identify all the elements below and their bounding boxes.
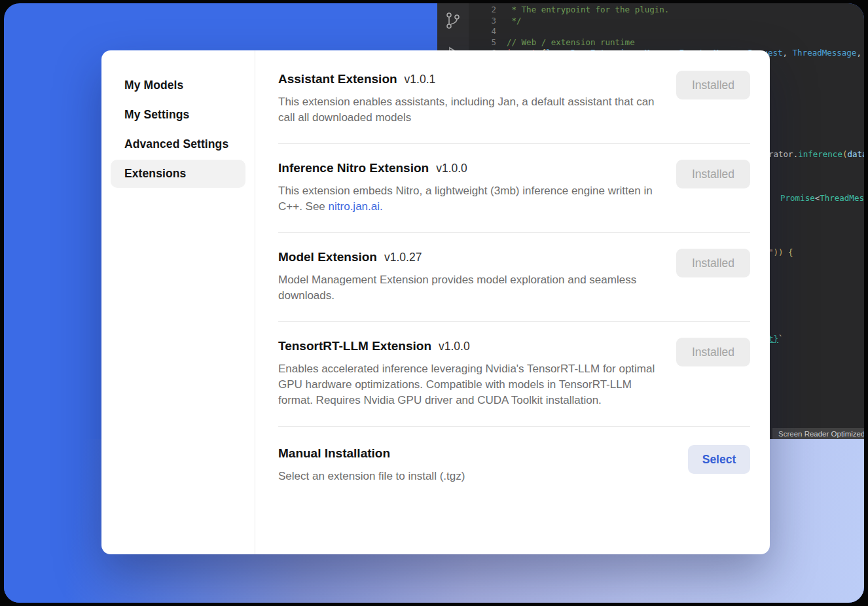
code-line: 2 * The entrypoint for the plugin. (469, 5, 864, 16)
code-fragment: rator.inference(data)); (769, 149, 864, 160)
line-number: 3 (469, 16, 507, 27)
extension-version: v1.0.0 (436, 162, 467, 175)
extension-info: Model Extensionv1.0.27 Model Management … (278, 249, 663, 304)
extension-row: Model Extensionv1.0.27 Model Management … (278, 233, 750, 322)
extension-action: Select (688, 445, 750, 474)
extensions-list: Assistant Extensionv1.0.1 This extension… (255, 50, 770, 554)
screen-reader-optimized-status: Screen Reader Optimized (772, 428, 864, 439)
sidebar-item-label: My Settings (124, 108, 189, 121)
line-number: 5 (469, 37, 507, 48)
extension-row: Assistant Extensionv1.0.1 This extension… (278, 61, 750, 144)
extension-title: TensortRT-LLM Extensionv1.0.0 (278, 338, 663, 355)
extension-title: Inference Nitro Extensionv1.0.0 (278, 160, 663, 177)
extension-name: Assistant Extension (278, 72, 397, 86)
sidebar-item-advanced-settings[interactable]: Advanced Settings (111, 130, 245, 158)
extension-name: Manual Installation (278, 446, 390, 460)
extension-action: Installed (676, 249, 750, 277)
line-number: 2 (469, 5, 507, 16)
source-control-icon (444, 11, 461, 31)
sidebar-item-label: Advanced Settings (124, 137, 228, 151)
extension-info: Inference Nitro Extensionv1.0.0 This ext… (278, 160, 663, 215)
extension-version: v1.0.27 (384, 251, 422, 264)
extension-description: Model Management Extension provides mode… (278, 272, 661, 304)
settings-sidebar: My Models My Settings Advanced Settings … (101, 50, 255, 554)
description-text: Select an extension file to install (.tg… (278, 470, 465, 482)
extension-info: Assistant Extensionv1.0.1 This extension… (278, 71, 663, 126)
extension-name: Model Extension (278, 250, 377, 264)
extension-description: Enables accelerated inference leveraging… (278, 361, 661, 408)
code-line: 5// Web / extension runtime (469, 37, 864, 48)
installed-button[interactable]: Installed (676, 160, 750, 188)
settings-card: My Models My Settings Advanced Settings … (101, 50, 770, 554)
code-text: */ (507, 16, 864, 27)
extension-action: Installed (676, 160, 750, 188)
extension-row: Manual Installation Select an extension … (278, 427, 750, 502)
sidebar-item-my-settings[interactable]: My Settings (111, 101, 245, 129)
sidebar-item-my-models[interactable]: My Models (111, 71, 245, 99)
description-text: This extension enables assistants, inclu… (278, 96, 655, 124)
line-number: 4 (469, 26, 507, 37)
description-text: Model Management Extension provides mode… (278, 274, 636, 302)
extension-description: Select an extension file to install (.tg… (278, 469, 661, 484)
sidebar-item-extensions[interactable]: Extensions (111, 160, 245, 188)
extension-name: TensortRT-LLM Extension (278, 339, 431, 353)
screenshot-frame: 2 * The entrypoint for the plugin.3 */45… (4, 3, 864, 603)
code-fragment: t}` (769, 334, 784, 344)
extension-description: This extension embeds Nitro, a lightweig… (278, 183, 661, 215)
extension-info: Manual Installation Select an extension … (278, 445, 675, 484)
extension-description: This extension enables assistants, inclu… (278, 94, 661, 126)
extension-info: TensortRT-LLM Extensionv1.0.0 Enables ac… (278, 338, 663, 408)
extension-version: v1.0.1 (405, 73, 436, 86)
code-line: 3 */ (469, 16, 864, 27)
installed-button[interactable]: Installed (676, 71, 750, 99)
code-text: * The entrypoint for the plugin. (507, 5, 864, 16)
select-file-button[interactable]: Select (688, 445, 750, 474)
code-text: // Web / extension runtime (507, 37, 864, 48)
extension-link[interactable]: nitro.jan.ai. (329, 200, 383, 213)
extension-name: Inference Nitro Extension (278, 161, 429, 175)
code-text (507, 26, 864, 37)
extension-title: Model Extensionv1.0.27 (278, 249, 663, 266)
code-fragment: ")) { (769, 247, 793, 258)
description-text: Enables accelerated inference leveraging… (278, 363, 655, 406)
extension-action: Installed (676, 338, 750, 366)
extension-row: TensortRT-LLM Extensionv1.0.0 Enables ac… (278, 322, 750, 427)
installed-button[interactable]: Installed (676, 249, 750, 277)
extension-title: Assistant Extensionv1.0.1 (278, 71, 663, 88)
extension-title: Manual Installation (278, 445, 675, 462)
extension-action: Installed (676, 71, 750, 99)
sidebar-item-label: Extensions (124, 167, 186, 180)
extension-version: v1.0.0 (439, 340, 470, 353)
code-line: 4 (469, 26, 864, 37)
installed-button[interactable]: Installed (676, 338, 750, 366)
sidebar-item-label: My Models (124, 79, 183, 92)
code-fragment: Promise<ThreadMessage> (780, 193, 864, 204)
extension-row: Inference Nitro Extensionv1.0.0 This ext… (278, 144, 750, 233)
